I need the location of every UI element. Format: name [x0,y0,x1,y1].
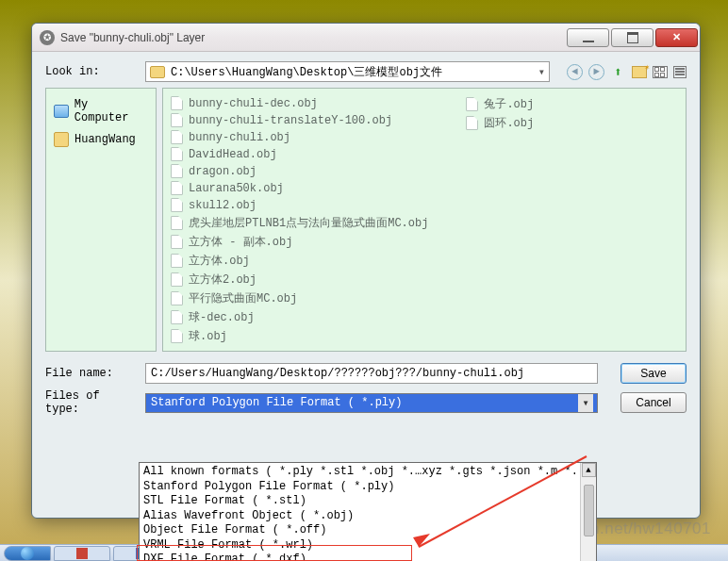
filetype-label: Files of type: [45,389,138,416]
filename-input[interactable] [145,363,598,384]
icon-view-button[interactable] [653,66,668,78]
sidebar-item-my-computer[interactable]: My Computer [52,94,150,128]
file-name: bunny-chuli.obj [189,131,290,144]
taskbar-item[interactable] [54,546,110,561]
file-name: 球-dec.obj [189,309,255,325]
list-view-button[interactable] [673,66,687,78]
file-icon [171,291,183,305]
file-icon [171,198,183,212]
file-name: 虎头崖地层PTLNB1点与法向量隐式曲面MC.obj [189,215,428,231]
file-icon [171,181,183,195]
file-item[interactable]: 立方体.obj [171,253,428,269]
back-button[interactable]: ◄ [567,64,583,80]
window-title: Save "bunny-chuli.obj" Layer [60,31,567,44]
file-item[interactable]: 立方体2.obj [171,272,428,288]
file-name: skull2.obj [189,199,256,212]
filetype-combobox[interactable]: Stanford Polygon File Format ( *.ply) [145,393,598,413]
computer-icon [54,105,69,118]
file-item[interactable]: 虎头崖地层PTLNB1点与法向量隐式曲面MC.obj [171,215,428,231]
filename-label: File name: [45,367,138,380]
file-list[interactable]: bunny-chuli-dec.objbunny-chuli-translate… [162,88,687,352]
annotation-highlight-box [137,545,412,561]
sidebar-item-user[interactable]: HuangWang [52,128,150,151]
maximize-button[interactable] [611,28,654,47]
forward-button[interactable]: ► [588,64,604,80]
file-name: bunny-chuli-translateY-100.obj [189,114,392,127]
file-name: 球.obj [189,328,227,344]
sidebar-item-label: HuangWang [74,133,136,146]
folder-icon [150,66,165,78]
file-icon [171,272,183,287]
file-item[interactable]: bunny-chuli.obj [171,130,428,144]
file-item[interactable]: bunny-chuli-dec.obj [171,96,428,110]
file-icon [171,164,183,178]
file-item[interactable]: DavidHead.obj [171,147,428,161]
lookin-combobox[interactable]: C:\Users\HuangWang\Desktop\三维模型obj文件 [145,61,550,82]
file-item[interactable]: bunny-chuli-translateY-100.obj [171,113,428,127]
filetype-selected: Stanford Polygon File Format ( *.ply) [151,396,402,409]
file-icon [171,113,183,127]
file-name: bunny-chuli-dec.obj [189,97,318,110]
file-item[interactable]: 平行隐式曲面MC.obj [171,290,428,306]
file-icon [171,147,183,161]
file-icon [171,329,183,343]
file-item[interactable]: 兔子.obj [466,96,534,112]
file-item[interactable]: skull2.obj [171,198,428,212]
file-name: Laurana50k.obj [189,182,284,195]
file-icon [466,116,478,130]
file-name: 平行隐式曲面MC.obj [189,290,297,306]
lookin-path: C:\Users\HuangWang\Desktop\三维模型obj文件 [171,64,442,80]
file-item[interactable]: 球.obj [171,328,428,344]
user-folder-icon [54,132,69,147]
save-button[interactable]: Save [620,363,687,384]
windows-icon [21,547,34,560]
file-icon [171,310,183,324]
start-button[interactable] [4,546,51,561]
up-button[interactable]: ⬆ [610,64,626,80]
file-item[interactable]: 立方体 - 副本.obj [171,234,428,250]
file-icon [171,96,183,110]
file-name: dragon.obj [189,165,256,178]
file-item[interactable]: Laurana50k.obj [171,181,428,195]
file-icon [171,235,183,249]
new-folder-button[interactable] [632,66,647,78]
file-item[interactable]: 球-dec.obj [171,309,428,325]
svg-line-0 [419,456,587,547]
close-button[interactable] [655,28,698,47]
file-name: 圆环.obj [484,115,534,131]
app-icon: ✪ [40,30,55,45]
lookin-label: Look in: [45,65,138,78]
app-icon [76,548,88,559]
file-name: 兔子.obj [484,96,534,112]
cancel-button[interactable]: Cancel [620,392,687,413]
file-item[interactable]: dragon.obj [171,164,428,178]
file-icon [171,216,183,230]
sidebar-item-label: My Computer [74,98,148,124]
titlebar[interactable]: ✪ Save "bunny-chuli.obj" Layer [32,24,700,52]
file-icon [171,254,183,268]
file-item[interactable]: 圆环.obj [466,115,534,131]
file-name: 立方体.obj [189,253,250,269]
file-name: 立方体 - 副本.obj [189,234,292,250]
annotation-arrow [407,453,596,556]
file-name: 立方体2.obj [189,272,256,288]
file-icon [466,97,478,111]
file-name: DavidHead.obj [189,148,277,161]
minimize-button[interactable] [567,28,609,47]
places-sidebar: My Computer HuangWang [45,88,157,352]
save-dialog: ✪ Save "bunny-chuli.obj" Layer Look in: … [31,23,701,519]
file-icon [171,130,183,144]
